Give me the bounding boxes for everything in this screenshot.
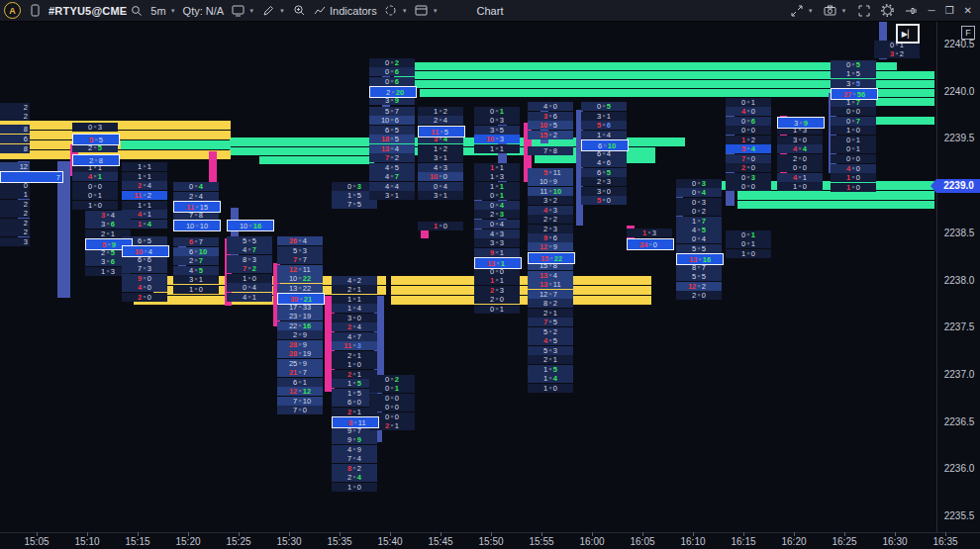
footprint-cell: 1×7 xyxy=(676,217,722,226)
footprint-cell: 4×6 xyxy=(581,158,627,167)
time-label: 15:30 xyxy=(269,536,309,547)
time-axis[interactable]: 15:0515:1015:1515:2015:2515:3015:3515:40… xyxy=(0,532,980,549)
footprint-cell: 7×8 xyxy=(528,146,573,155)
time-label: 15:10 xyxy=(67,536,107,547)
price-label: 2240.0 xyxy=(937,86,980,97)
timeframe-selector[interactable]: 5m ▼ xyxy=(150,5,175,17)
footprint-cell: 1×0 xyxy=(173,285,219,294)
footprint-cell: 7 xyxy=(0,171,63,183)
footprint-cell: 7×3 xyxy=(122,264,167,273)
footprint-cell: 9×1 xyxy=(474,248,520,257)
footprint-cell: 1×2 xyxy=(418,107,463,116)
maximize-button[interactable]: ❐ xyxy=(945,5,954,16)
pin-icon[interactable] xyxy=(905,4,919,18)
footprint-cell: 4×7 xyxy=(369,172,415,181)
footprint-cell: 9×0 xyxy=(122,274,167,283)
price-axis[interactable]: F 2239.0 2240.52240.02239.52239.02238.52… xyxy=(936,22,980,532)
time-label: 15:40 xyxy=(370,536,410,547)
instrument-type-icon[interactable] xyxy=(28,4,42,18)
footprint-cell: 1×0 xyxy=(332,360,377,369)
footprint-cell: 10×9 xyxy=(528,177,573,186)
qty-display[interactable]: Qty: N/A xyxy=(183,5,225,17)
chart-line-icon xyxy=(313,4,327,18)
footprint-cell: 0×3 xyxy=(726,173,771,182)
time-label: 16:25 xyxy=(825,536,864,547)
footprint-cell: 5×5 xyxy=(227,236,272,245)
instrument-selector[interactable]: #RTYU5@CME xyxy=(49,4,144,18)
indicators-button[interactable]: Indicators xyxy=(313,4,377,18)
footprint-cell: 10×22 xyxy=(277,274,323,283)
vwap-band xyxy=(391,286,651,295)
sell-delta-bar xyxy=(209,151,217,183)
price-label: 2238.5 xyxy=(937,228,980,238)
footprint-cell: 7×0 xyxy=(726,154,771,163)
footprint-cell: 3×1 xyxy=(581,112,627,121)
fullscreen-icon[interactable] xyxy=(857,4,871,18)
footprint-cell: 0×1 xyxy=(474,191,520,200)
footprint-cell: 1 xyxy=(0,190,30,199)
footprint-cell: 4×0 xyxy=(831,164,876,173)
pencil-icon xyxy=(261,4,275,18)
fit-scale-button[interactable]: F xyxy=(961,26,975,40)
footprint-cell: 6 xyxy=(0,135,30,143)
footprint-cell: 0×3 xyxy=(72,123,118,132)
footprint-cell: 0×4 xyxy=(227,283,272,292)
footprint-cell: 1×1 xyxy=(122,201,167,210)
price-label: 2236.0 xyxy=(937,463,980,474)
footprint-cell: 5×5 xyxy=(676,244,722,253)
footprint-cell: 4×0 xyxy=(726,107,771,116)
footprint-cell: 0×0 xyxy=(369,403,415,412)
close-button[interactable]: ✕ xyxy=(964,5,972,16)
crosshair-selector[interactable]: ▼ xyxy=(384,4,408,18)
footprint-cell: 13×11 xyxy=(528,280,573,289)
footprint-cell: 0×4 xyxy=(418,182,463,191)
zoom-in-icon[interactable] xyxy=(292,4,306,18)
footprint-cell: 0×2 xyxy=(369,375,415,384)
screenshot-button[interactable]: ▼ xyxy=(824,4,847,18)
footprint-cell: 7×4 xyxy=(332,454,377,463)
footprint-cell: 3×9 xyxy=(777,117,825,129)
drawing-tools[interactable]: ▼ xyxy=(261,4,285,18)
layout-selector[interactable]: ▼ xyxy=(415,4,439,18)
footprint-cell: 10×5 xyxy=(528,121,573,130)
footprint-cell: 0×0 xyxy=(726,126,771,135)
footprint-cell: 7×5 xyxy=(332,200,377,209)
chart-type-selector[interactable]: ▼ xyxy=(231,4,254,18)
footprint-cell: 0×4 xyxy=(676,234,722,243)
footprint-cell: 1×5 xyxy=(831,69,876,78)
footprint-chart[interactable]: ▶▏ 2286812701222230×35×52×52×81×14×10×00… xyxy=(0,22,936,532)
footprint-cell: 1×0 xyxy=(332,483,377,492)
current-price-badge: 2239.0 xyxy=(936,179,980,193)
instrument-label: #RTYU5@CME xyxy=(49,5,127,17)
footprint-cell: 0×1 xyxy=(831,136,876,144)
footprint-cell: 3×1 xyxy=(369,191,415,200)
footprint-cell: 13×16 xyxy=(676,253,724,265)
time-label: 16:15 xyxy=(724,536,763,547)
go-to-realtime-button[interactable]: ▶▏ xyxy=(896,24,920,44)
footprint-cell: 12×2 xyxy=(676,282,722,291)
value-area-band xyxy=(875,98,934,106)
app-logo-icon[interactable]: A xyxy=(4,2,21,19)
scale-mode-selector[interactable]: ▼ xyxy=(790,4,814,18)
price-label: 2237.5 xyxy=(937,321,980,332)
footprint-cell: 0×1 xyxy=(369,384,415,393)
footprint-cell: 5×5 xyxy=(676,272,722,281)
footprint-cell: 0×0 xyxy=(777,163,823,172)
footprint-cell: 1×0 xyxy=(72,201,118,210)
time-label: 15:45 xyxy=(421,536,460,547)
footprint-cell: 2×9 xyxy=(277,330,323,339)
footprint-cell: 13×1 xyxy=(474,257,522,269)
minimize-button[interactable]: ─ xyxy=(929,5,935,16)
footprint-cell: 2×0 xyxy=(726,163,771,172)
footprint-cell: 1×4 xyxy=(122,220,167,229)
footprint-cell: 2×8 xyxy=(72,154,120,166)
footprint-cell: 4×0 xyxy=(122,283,167,292)
search-icon[interactable] xyxy=(130,4,144,18)
price-label: 2238.0 xyxy=(937,275,980,286)
time-label: 15:35 xyxy=(320,536,359,547)
value-area-band xyxy=(877,89,934,97)
footprint-cell: 0×4 xyxy=(173,182,219,191)
settings-gear-icon[interactable] xyxy=(881,4,895,18)
footprint-cell: 1×1 xyxy=(474,163,520,172)
footprint-cell: 28×19 xyxy=(277,349,323,358)
